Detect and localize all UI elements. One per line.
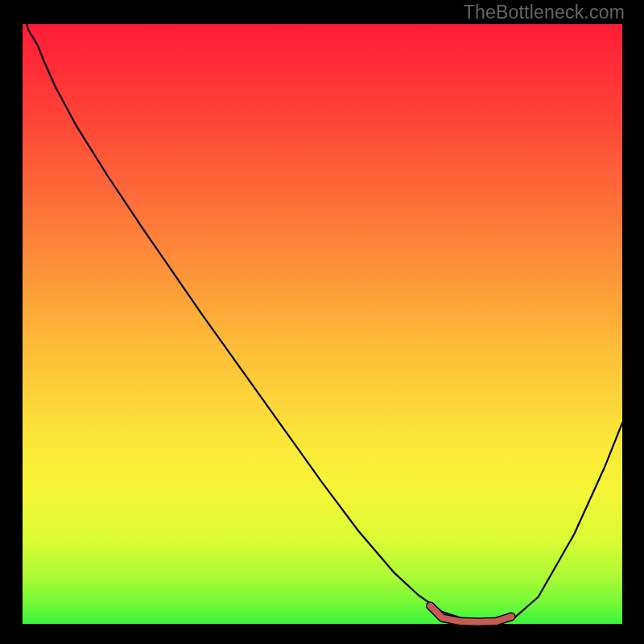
watermark-text: TheBottleneck.com — [464, 2, 625, 23]
gradient-background — [23, 24, 622, 624]
bottleneck-chart — [0, 0, 644, 644]
chart-frame: { "watermark": "TheBottleneck.com", "plo… — [0, 0, 644, 644]
